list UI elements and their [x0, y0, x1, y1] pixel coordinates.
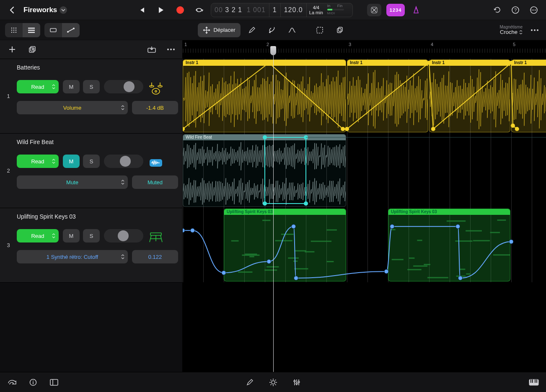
toolbar-more-button[interactable]	[528, 24, 541, 36]
project-title[interactable]: Fireworks	[23, 6, 67, 14]
automation-mode-select[interactable]: Read	[17, 155, 59, 168]
parameter-value[interactable]: -1.4 dB	[132, 101, 178, 114]
curve-tool[interactable]	[283, 23, 301, 37]
svg-line-120	[270, 379, 271, 380]
region[interactable]: Instr 1	[183, 59, 346, 132]
svg-point-35	[170, 49, 172, 50]
chevron-down-icon	[60, 6, 67, 14]
track-header-1[interactable]: 1 Batteries Read M S	[0, 59, 182, 133]
copy-tool[interactable]	[331, 23, 349, 37]
keyboard-button[interactable]	[528, 376, 540, 389]
info-button[interactable]	[27, 376, 39, 389]
mute-button[interactable]: M	[63, 80, 80, 93]
parameter-select[interactable]: Mute	[17, 175, 128, 189]
solo-button[interactable]: S	[83, 155, 100, 168]
mute-button[interactable]: M	[63, 155, 80, 168]
duplicate-track-button[interactable]	[26, 43, 39, 56]
drumkit-icon	[147, 79, 164, 98]
svg-rect-92	[427, 277, 448, 278]
edit-button[interactable]	[243, 376, 256, 389]
automation-mode-select[interactable]: Read	[17, 229, 59, 242]
brush-tool[interactable]	[263, 23, 281, 37]
svg-rect-82	[413, 266, 427, 267]
back-button[interactable]	[6, 4, 18, 16]
count-in-button[interactable]: 1234	[386, 4, 405, 16]
track-lane-1[interactable]: Instr 1Instr 1Instr 1Instr 1	[183, 59, 546, 133]
track-header-2[interactable]: 2 Wild Fire Beat Read M S	[0, 133, 182, 208]
disk-button[interactable]	[6, 376, 18, 389]
parameter-select[interactable]: Volume	[17, 101, 128, 114]
play-button[interactable]	[155, 4, 167, 16]
panels-button[interactable]	[48, 376, 60, 389]
svg-rect-79	[311, 241, 331, 242]
pan-slider[interactable]	[104, 80, 143, 93]
ruler-bar-number: 5	[513, 42, 515, 47]
region[interactable]: Instr 1	[429, 59, 510, 132]
mixer-button[interactable]	[290, 376, 303, 389]
timeline[interactable]: 123456789 Instr 1Instr 1Instr 1Instr 1 W…	[183, 40, 546, 372]
svg-point-128	[296, 383, 298, 384]
region[interactable]: Uplifting Spirit Keys 03	[388, 209, 510, 281]
list-view-button[interactable]	[23, 23, 40, 37]
lcd-display[interactable]: 00 3 2 1 1 001 1 120.0 4/4 La min InFin …	[211, 3, 353, 17]
pencil-tool[interactable]	[243, 23, 261, 37]
automation-mode-select[interactable]: Read	[17, 80, 59, 93]
pan-slider[interactable]	[104, 229, 143, 242]
svg-rect-76	[275, 240, 292, 241]
solo-button[interactable]: S	[83, 229, 100, 242]
single-region-button[interactable]	[44, 23, 62, 37]
region[interactable]: Instr 1	[347, 59, 428, 132]
svg-point-16	[16, 31, 17, 33]
region[interactable]: Uplifting Spirit Keys 03	[224, 209, 346, 281]
cycle-button[interactable]	[193, 4, 206, 16]
automation-view-button[interactable]	[62, 23, 80, 37]
track-name[interactable]: Uplifting Spirit Keys 03	[17, 213, 178, 220]
track-lane-2[interactable]: Wild Fire Beat	[183, 133, 546, 208]
svg-point-13	[16, 29, 17, 31]
svg-rect-69	[281, 234, 294, 235]
svg-rect-31	[29, 48, 34, 52]
playhead-handle[interactable]	[270, 46, 276, 55]
pan-slider[interactable]	[104, 155, 143, 168]
parameter-value[interactable]: 0.122	[132, 250, 178, 263]
record-button[interactable]	[174, 4, 186, 16]
svg-rect-96	[459, 269, 465, 270]
brightness-button[interactable]	[267, 376, 279, 389]
region-label: Uplifting Spirit Keys 03	[388, 209, 510, 215]
region-label: Instr 1	[183, 60, 346, 66]
svg-rect-18	[28, 30, 35, 31]
svg-rect-65	[294, 250, 306, 251]
ruler[interactable]: 123456789	[183, 40, 546, 59]
help-button[interactable]: ?	[509, 4, 522, 16]
undo-button[interactable]	[491, 4, 503, 16]
parameter-select[interactable]: 1 Synthé rétro: Cutoff	[17, 250, 128, 263]
add-track-button[interactable]	[6, 43, 18, 56]
snap-value: Croche	[500, 29, 518, 35]
region[interactable]: Wild Fire Beat	[183, 134, 346, 207]
move-tool-label: Déplacer	[213, 27, 235, 33]
svg-point-36	[173, 49, 175, 50]
svg-rect-70	[231, 240, 239, 242]
tuning-button[interactable]	[367, 4, 381, 16]
import-button[interactable]	[145, 43, 158, 56]
playhead-line[interactable]	[273, 55, 274, 372]
track-name[interactable]: Wild Fire Beat	[17, 139, 178, 145]
move-tool[interactable]: Déplacer	[197, 23, 240, 37]
snap-setting[interactable]: Magnétisme Croche	[500, 25, 523, 35]
parameter-value[interactable]: Muted	[132, 175, 178, 189]
go-to-start-button[interactable]	[135, 4, 148, 16]
svg-rect-95	[466, 230, 482, 232]
region[interactable]: Instr 1	[511, 59, 546, 132]
solo-button[interactable]: S	[83, 80, 100, 93]
track-header-3[interactable]: 3 Uplifting Spirit Keys 03 Read M S	[0, 208, 182, 282]
more-button[interactable]	[528, 4, 540, 16]
mute-button[interactable]: M	[63, 229, 80, 242]
grid-view-button[interactable]	[5, 23, 23, 37]
svg-rect-90	[455, 240, 472, 242]
metronome-button[interactable]	[410, 4, 422, 16]
track-lane-3[interactable]: Uplifting Spirit Keys 03Uplifting Spirit…	[183, 208, 546, 282]
keyboard-icon	[147, 228, 164, 247]
track-header-more-button[interactable]	[165, 43, 177, 56]
track-name[interactable]: Batteries	[17, 64, 178, 71]
marquee-tool[interactable]	[311, 23, 329, 37]
